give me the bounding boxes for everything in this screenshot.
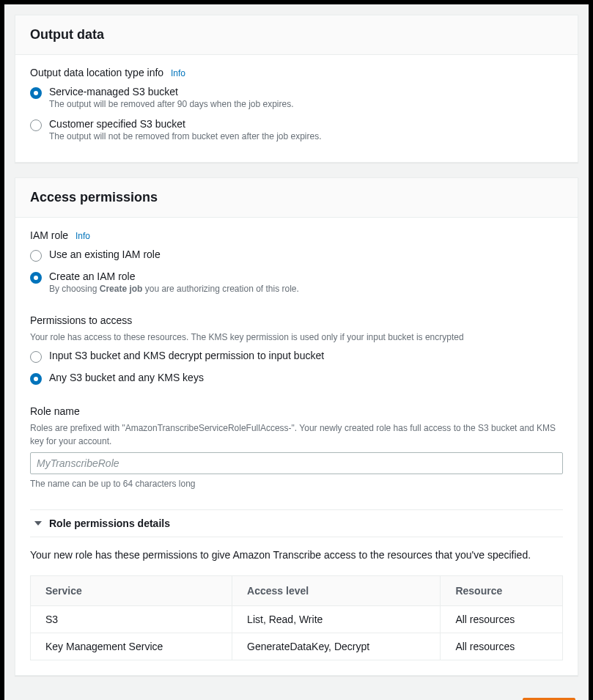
table-row: S3 List, Read, Write All resources [31,606,563,633]
table-row: Key Management Service GenerateDataKey, … [31,633,563,660]
iam-role-radio-group: Use an existing IAM role Create an IAM r… [30,246,563,300]
radio-text: Use an existing IAM role [49,248,563,260]
output-data-body: Output data location type info Info Serv… [15,55,578,162]
page-root: Output data Output data location type in… [4,4,589,700]
radio-icon [30,272,42,284]
role-permissions-expander[interactable]: Role permissions details [30,509,563,537]
cell-access: List, Read, Write [232,606,441,633]
access-permissions-title: Access permissions [15,178,578,218]
role-name-label: Role name [30,405,563,417]
permissions-description: Your new role has these permissions to g… [30,549,563,561]
radio-create-role[interactable]: Create an IAM role By choosing Create jo… [30,268,563,300]
iam-role-label: IAM role Info [30,229,563,241]
permissions-helper: Your role has access to these resources.… [30,331,563,344]
radio-label: Input S3 bucket and KMS decrypt permissi… [49,350,563,361]
radio-use-existing-role[interactable]: Use an existing IAM role [30,246,563,268]
radio-text: Service-managed S3 bucket The output wil… [49,86,563,109]
caret-down-icon [34,521,42,526]
access-permissions-panel: Access permissions IAM role Info Use an … [15,177,578,676]
radio-label: Use an existing IAM role [49,248,563,260]
radio-label: Any S3 bucket and any KMS keys [49,372,563,383]
output-location-label: Output data location type info Info [30,67,563,78]
permissions-radio-group: Input S3 bucket and KMS decrypt permissi… [30,347,563,391]
output-data-title: Output data [15,15,578,55]
radio-customer-bucket[interactable]: Customer specified S3 bucket The output … [30,115,563,147]
output-data-panel: Output data Output data location type in… [15,15,578,163]
cell-service: S3 [31,606,232,633]
radio-text: Any S3 bucket and any KMS keys [49,372,563,383]
th-resource: Resource [441,576,563,606]
cell-resource: All resources [441,606,563,633]
permissions-table: Service Access level Resource S3 List, R… [30,575,563,660]
output-location-label-text: Output data location type info [30,67,163,78]
radio-label: Customer specified S3 bucket [49,118,563,130]
radio-text: Input S3 bucket and KMS decrypt permissi… [49,350,563,361]
role-name-constraint: The name can be up to 64 characters long [30,479,563,489]
radio-label: Create an IAM role [49,270,563,282]
permissions-label: Permissions to access [30,314,563,326]
cell-access: GenerateDataKey, Decrypt [232,633,441,660]
radio-icon [30,87,42,99]
radio-label: Service-managed S3 bucket [49,86,563,97]
radio-input-bucket-kms[interactable]: Input S3 bucket and KMS decrypt permissi… [30,347,563,369]
radio-service-managed-bucket[interactable]: Service-managed S3 bucket The output wil… [30,83,563,115]
radio-icon [30,119,42,131]
table-header-row: Service Access level Resource [31,576,563,606]
th-access: Access level [232,576,441,606]
output-location-radio-group: Service-managed S3 bucket The output wil… [30,83,563,147]
desc-suffix: you are authorizing creation of this rol… [142,284,298,294]
role-name-input[interactable] [30,452,563,474]
footer-actions: Cancel Next [15,690,578,700]
cell-resource: All resources [441,633,563,660]
radio-text: Customer specified S3 bucket The output … [49,118,563,141]
radio-desc: The output will not be removed from buck… [49,131,563,141]
expander-label: Role permissions details [49,517,170,529]
desc-prefix: By choosing [49,284,100,294]
iam-role-label-text: IAM role [30,229,68,241]
radio-icon [30,373,42,385]
radio-any-bucket-kms[interactable]: Any S3 bucket and any KMS keys [30,369,563,391]
permissions-section: Permissions to access Your role has acce… [30,314,563,391]
role-name-section: Role name Roles are prefixed with "Amazo… [30,405,563,489]
radio-text: Create an IAM role By choosing Create jo… [49,270,563,294]
radio-desc: The output will be removed after 90 days… [49,99,563,109]
radio-icon [30,351,42,363]
cell-service: Key Management Service [31,633,232,660]
role-name-helper: Roles are prefixed with "AmazonTranscrib… [30,421,563,448]
radio-icon [30,250,42,262]
access-permissions-body: IAM role Info Use an existing IAM role C… [15,218,578,675]
th-service: Service [31,576,232,606]
iam-role-info-link[interactable]: Info [75,231,90,241]
desc-bold: Create job [100,284,143,294]
radio-desc: By choosing Create job you are authorizi… [49,284,563,294]
output-location-info-link[interactable]: Info [171,68,185,78]
